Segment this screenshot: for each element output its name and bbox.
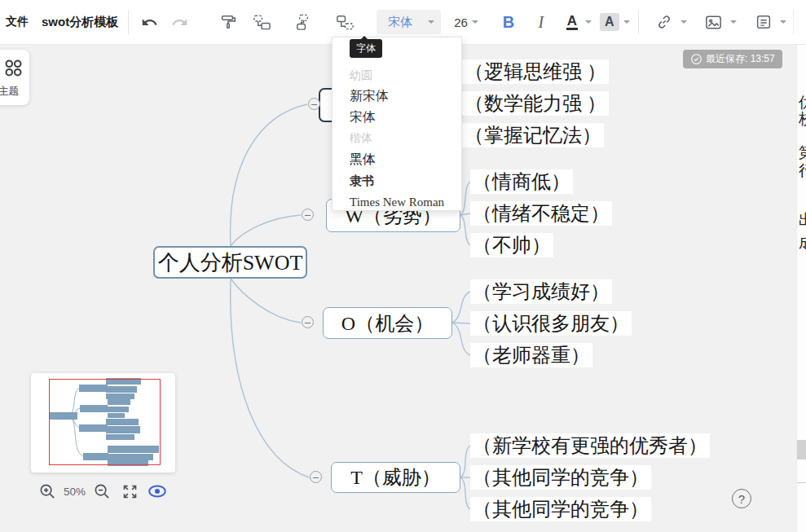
child-node-label[interactable]: （情商低） (470, 169, 573, 194)
child-node-label[interactable]: （其他同学的竞争） (470, 497, 651, 521)
right-edge-panel: 优校第行出成 (796, 44, 806, 532)
clipped-char: 优 (799, 95, 806, 111)
zoom-out-icon (93, 482, 112, 501)
insert-image-button[interactable] (700, 8, 728, 36)
child-node-label[interactable]: （其他同学的竞争） (470, 465, 651, 490)
focus-mode-button[interactable] (146, 480, 169, 503)
minimap[interactable] (31, 373, 175, 473)
strip-scroll-thumb (797, 440, 806, 459)
note-icon (755, 13, 773, 31)
font-option[interactable]: 楷体 (333, 128, 461, 149)
insert-note-button[interactable] (750, 8, 777, 36)
child-node-label[interactable]: （认识很多朋友） (470, 311, 632, 336)
highlight-color-button[interactable]: A (598, 8, 621, 36)
eye-icon (147, 481, 168, 502)
font-family-select[interactable]: 宋体 (377, 10, 441, 34)
redo-icon (171, 14, 188, 31)
link-caret[interactable] (680, 20, 687, 24)
highlight-color-label: A (600, 13, 619, 31)
insert-parent-node-button[interactable] (289, 8, 317, 36)
clipped-char: 校 (799, 111, 806, 127)
format-painter-icon (219, 13, 237, 31)
child-node-label[interactable]: （学习成绩好） (470, 279, 612, 304)
child-node-label[interactable]: （掌握记忆法） (462, 123, 604, 147)
highlight-color-caret[interactable] (623, 20, 630, 24)
clipped-char: 第 (799, 145, 806, 161)
zoom-in-button[interactable] (36, 480, 59, 503)
note-caret[interactable] (780, 20, 786, 24)
font-option[interactable]: 新宋体 (333, 86, 461, 107)
branch-node[interactable]: T（威胁） (331, 462, 460, 493)
theme-panel-button[interactable]: 主题 (0, 50, 29, 105)
insert-sibling-node-button[interactable] (331, 8, 359, 36)
format-painter-button[interactable] (214, 8, 242, 36)
zoom-level: 50% (64, 486, 86, 498)
divider (638, 10, 639, 34)
insert-sibling-node-icon (336, 13, 355, 32)
collapse-toggle[interactable] (308, 98, 320, 110)
font-size-select[interactable]: 26 (449, 10, 483, 34)
minimap-viewport[interactable] (49, 379, 161, 465)
italic-button[interactable]: I (527, 8, 555, 36)
insert-link-button[interactable] (650, 8, 678, 36)
help-button[interactable]: ? (732, 489, 751, 508)
undo-icon (141, 14, 158, 31)
font-option[interactable]: 宋体 (333, 107, 461, 128)
theme-grid-icon (3, 58, 24, 78)
check-circle-icon (690, 53, 702, 65)
link-icon (655, 13, 673, 31)
collapse-toggle[interactable] (302, 209, 314, 221)
fit-screen-icon (121, 483, 139, 500)
zoom-controls: 50% (36, 479, 169, 503)
clipped-char: 行 (799, 163, 806, 179)
child-node-label[interactable]: （老师器重） (470, 343, 592, 367)
child-node-label[interactable]: （不帅） (470, 233, 553, 257)
divider (128, 10, 129, 34)
child-node-label[interactable]: （数学能力强 ） (462, 91, 609, 116)
undo-button[interactable] (135, 8, 163, 36)
insert-parent-node-icon (294, 13, 313, 32)
theme-label: 主题 (0, 85, 29, 99)
image-caret[interactable] (730, 20, 737, 24)
font-tooltip: 字体 (350, 39, 382, 58)
font-color-caret[interactable] (585, 20, 592, 24)
save-status-text: 最近保存: 13:57 (706, 52, 775, 66)
font-size-value: 26 (454, 15, 468, 29)
clipped-char: 出 (799, 212, 806, 228)
child-node-label[interactable]: （情绪不稳定） (470, 201, 612, 226)
strip-divider (797, 482, 806, 483)
document-title[interactable]: swot分析模板 (42, 15, 118, 30)
font-color-label: A (566, 14, 578, 30)
font-color-button[interactable]: A (562, 8, 583, 36)
font-option[interactable]: 隶书 (333, 170, 461, 191)
help-label: ? (738, 492, 745, 506)
font-family-value: 宋体 (388, 15, 425, 30)
collapse-toggle[interactable] (310, 471, 322, 483)
font-option[interactable]: Times New Roman (333, 191, 461, 213)
clipped-char: 成 (799, 235, 806, 251)
child-node-label[interactable]: （新学校有更强的优秀者） (470, 433, 710, 458)
fit-screen-button[interactable] (118, 480, 141, 503)
bold-label: B (503, 13, 514, 32)
zoom-in-icon (38, 482, 57, 501)
bold-button[interactable]: B (495, 8, 522, 36)
root-node[interactable]: 个人分析SWOT (153, 246, 307, 279)
font-option[interactable]: 黑体 (333, 149, 461, 170)
redo-button[interactable] (165, 8, 193, 36)
image-icon (704, 13, 723, 32)
collapse-toggle[interactable] (302, 316, 314, 328)
chevron-down-icon (472, 20, 478, 24)
child-node-label[interactable]: （逻辑思维强 ） (462, 59, 609, 84)
chevron-down-icon (428, 20, 434, 24)
font-option[interactable]: 幼圆 (333, 64, 461, 86)
divider (793, 10, 794, 34)
branch-node[interactable]: O（机会） (323, 307, 452, 339)
insert-child-node-icon (253, 13, 271, 32)
font-dropdown-menu: 幼圆新宋体宋体楷体黑体隶书Times New Roman (332, 37, 462, 211)
font-option-list: 幼圆新宋体宋体楷体黑体隶书Times New Roman (333, 64, 461, 213)
file-menu[interactable]: 文件 (6, 15, 29, 29)
save-status-badge: 最近保存: 13:57 (683, 50, 782, 68)
zoom-out-button[interactable] (90, 480, 113, 503)
insert-child-node-button[interactable] (248, 8, 275, 36)
italic-label: I (539, 13, 544, 32)
